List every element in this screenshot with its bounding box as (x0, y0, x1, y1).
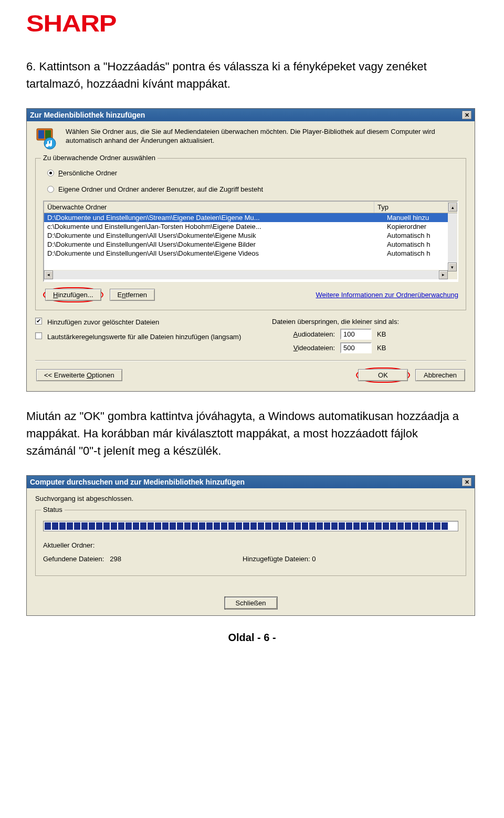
radio2-label: Eigene Ordner und Ordner anderer Benutze… (58, 185, 263, 193)
scroll-down-icon[interactable]: ▾ (448, 263, 457, 271)
current-folder-label: Aktueller Ordner: (43, 539, 148, 552)
brand-logo: SHARP (26, 11, 504, 37)
found-files-label: Gefundene Dateien: (43, 555, 104, 563)
horizontal-scrollbar[interactable]: ◂ ▸ (44, 270, 457, 279)
checkbox-volume-leveling[interactable]: Lautstärkeregelungswerte für alle Dateie… (35, 332, 256, 342)
search-progress-dialog: Computer durchsuchen und zur Medienbibli… (26, 475, 475, 616)
dialog1-title: Zur Medienbibliothek hinzufügen (30, 111, 145, 119)
added-files-label: Hinzugefügte Dateien: (243, 555, 310, 563)
radio-personal[interactable]: PPersönliche Ordnerersönliche Ordner (47, 169, 456, 177)
progress-bar (43, 521, 458, 531)
add-to-library-dialog: Zur Medienbibliothek hinzufügen ✕ Wählen… (26, 108, 475, 392)
cancel-button[interactable]: Abbrechen (415, 369, 465, 381)
list-item[interactable]: D:\Dokumente und Einstellungen\Stream\Ei… (44, 213, 457, 222)
add-folder-button[interactable]: Hinzufügen... (45, 289, 101, 301)
svg-rect-1 (38, 130, 44, 139)
search-complete-text: Suchvorgang ist abgeschlossen. (35, 495, 466, 502)
vertical-scrollbar[interactable]: ▾ (448, 213, 457, 271)
scroll-up-icon[interactable]: ▴ (448, 203, 457, 212)
dialog2-titlebar: Computer durchsuchen und zur Medienbibli… (27, 476, 475, 488)
video-label: Videodateien: (272, 344, 335, 352)
audio-size-input[interactable]: 100 (340, 329, 372, 340)
svg-point-3 (44, 138, 56, 149)
kb-unit: KB (377, 344, 386, 352)
list-item[interactable]: D:\Dokumente und Einstellungen\All Users… (44, 249, 457, 258)
video-size-input[interactable]: 500 (340, 342, 372, 353)
folder-select-group: Zu überwachende Ordner auswählen PPersön… (35, 158, 466, 310)
list-item[interactable]: D:\Dokumente und Einstellungen\All Users… (44, 231, 457, 240)
list-item[interactable]: D:\Dokumente und Einstellungen\All Users… (44, 240, 457, 249)
remove-folder-button[interactable]: Entfernen (110, 289, 155, 301)
radio-shared[interactable]: Eigene Ordner und Ordner anderer Benutze… (47, 185, 456, 193)
found-files-value: 298 (110, 555, 121, 563)
scroll-right-icon[interactable]: ▸ (439, 270, 448, 279)
status-group-label: Status (41, 506, 65, 513)
dialog1-titlebar: Zur Medienbibliothek hinzufügen ✕ (27, 109, 475, 121)
dialog1-intro-text: Wählen Sie Ordner aus, die Sie auf Medie… (66, 128, 466, 145)
added-files-value: 0 (312, 555, 316, 563)
audio-label: Audiodateien: (272, 330, 335, 338)
close-button[interactable]: Schließen (225, 597, 277, 609)
close-icon[interactable]: ✕ (462, 478, 471, 486)
checkbox-add-deleted[interactable]: ✔ Hinzufügen zuvor gelöschter Dateien (35, 318, 256, 327)
ok-button[interactable]: OK (358, 369, 408, 381)
kb-unit: KB (377, 330, 386, 338)
group-label: Zu überwachende Ordner auswählen (41, 154, 158, 162)
highlight-circle-ok: OK (356, 368, 410, 383)
media-library-icon (35, 128, 58, 151)
after-ok-text: Miután az "OK" gombra kattintva jóváhagy… (26, 407, 467, 459)
folder-listview[interactable]: Überwachte Ordner Typ ▴ D:\Dokumente und… (43, 201, 458, 282)
skip-files-label: Dateien überspringen, die kleiner sind a… (272, 318, 466, 326)
scroll-left-icon[interactable]: ◂ (44, 270, 53, 279)
advanced-options-button[interactable]: << Erweiterte Optionen (36, 369, 122, 381)
close-icon[interactable]: ✕ (462, 111, 471, 119)
col-folder[interactable]: Überwachte Ordner (44, 202, 374, 213)
list-item[interactable]: c:\Dokumente und Einstellungen\Jan-Torst… (44, 222, 457, 231)
folder-watch-info-link[interactable]: Weitere Informationen zur Ordnerüberwach… (316, 291, 458, 299)
status-group: Status Aktueller Ordner: Gefund (35, 510, 466, 576)
dialog2-title: Computer durchsuchen und zur Medienbibli… (30, 478, 245, 486)
col-type[interactable]: Typ (374, 202, 448, 213)
page-number: Oldal - 6 - (26, 632, 478, 644)
highlight-circle-add: Hinzufügen... (43, 287, 103, 302)
instruction-text: 6. Kattintson a "Hozzáadás" pontra és vá… (26, 58, 467, 92)
